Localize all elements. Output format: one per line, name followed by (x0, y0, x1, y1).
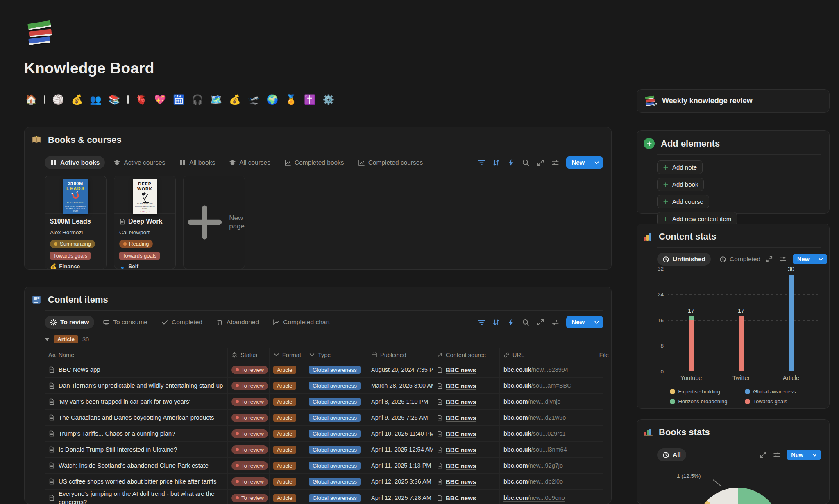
table-row[interactable]: BBC News appTo reviewArticleGlobal aware… (45, 362, 603, 378)
add-button-add-course[interactable]: Add course (657, 195, 709, 208)
table-row[interactable]: Is Donald Trump Still Interested in Ukra… (45, 442, 603, 458)
cell-url[interactable]: bbc.com/new...0e9eno (500, 490, 592, 504)
tab-completed[interactable]: Completed (714, 253, 766, 266)
tab-completed-chart[interactable]: Completed chart (268, 316, 335, 329)
url-link[interactable]: bbc.com/new...92g7jo (503, 462, 563, 469)
group-badge-article[interactable]: Article (54, 335, 78, 343)
cell-content-source[interactable]: BBC news (433, 378, 500, 393)
cell-content-source[interactable]: BBC news (433, 394, 500, 409)
emoji-✝️[interactable]: ✝️ (304, 95, 316, 104)
emoji-⚙️[interactable]: ⚙️ (323, 95, 335, 104)
expand-icon[interactable] (766, 255, 773, 263)
table-row[interactable]: US coffee shops worried about bitter pri… (45, 474, 603, 490)
url-link[interactable]: bbc.co.uk/sou...am=BBC (503, 382, 571, 389)
url-link[interactable]: bbc.com/new...djvnjo (503, 398, 560, 405)
books-stats-new-button[interactable]: New (787, 450, 821, 460)
table-row[interactable]: Trump's Tariffs... Chaos or a cunning pl… (45, 426, 603, 442)
cell-name[interactable]: Everyone's jumping on the AI doll trend … (45, 490, 228, 504)
table-row[interactable]: 'My van's been trapped in car park for t… (45, 394, 603, 410)
view-settings-icon[interactable] (779, 255, 787, 263)
tab-all-books[interactable]: All books (174, 156, 220, 169)
emoji-🏠[interactable]: 🏠 (25, 95, 37, 104)
expand-icon[interactable] (537, 159, 544, 167)
cell-name[interactable]: Is Donald Trump Still Interested in Ukra… (45, 442, 228, 457)
automation-bolt-icon[interactable] (507, 159, 515, 167)
emoji-🗺️[interactable]: 🗺️ (210, 95, 222, 104)
emoji-💰[interactable]: 💰 (71, 95, 83, 104)
url-link[interactable]: bbc.com/new...d21w9o (503, 414, 566, 421)
book-card[interactable]: DEEPWORKRULES FOR FOCUSED SUCCESS IN A D… (114, 176, 176, 269)
cell-content-source[interactable]: BBC news (433, 362, 500, 377)
table-row[interactable]: Dan Tiernan's unpredictable and wildly e… (45, 378, 603, 394)
cell-content-source[interactable]: BBC news (433, 442, 500, 457)
emoji-👥[interactable]: 👥 (90, 95, 102, 104)
tab-to-consume[interactable]: To consume (98, 316, 153, 329)
group-collapse-toggle[interactable] (45, 338, 50, 341)
tab-abandoned[interactable]: Abandoned (211, 316, 264, 329)
cell-name[interactable]: Watch: Inside Scotland's abandoned Clune… (45, 458, 228, 473)
weekly-knowledge-review-link[interactable]: ↗ Weekly knowledge review (637, 89, 830, 113)
emoji-🛫[interactable]: 🛫 (248, 95, 260, 104)
url-link[interactable]: bbc.co.uk/sou...l3nm64 (503, 446, 567, 453)
cell-name[interactable]: The Canadians and Danes boycotting Ameri… (45, 410, 228, 425)
view-settings-icon[interactable] (551, 159, 559, 167)
cell-url[interactable]: bbc.co.uk/new...628994 (500, 362, 592, 377)
emoji-🏐[interactable]: 🏐 (52, 95, 64, 104)
tab-completed[interactable]: Completed (156, 316, 208, 329)
search-icon[interactable] (522, 319, 530, 326)
cell-content-source[interactable]: BBC news (433, 458, 500, 473)
add-button-add-book[interactable]: Add book (657, 178, 704, 191)
tab-unfinished[interactable]: Unfinished (657, 253, 711, 266)
emoji-🏅[interactable]: 🏅 (285, 95, 297, 104)
cell-name[interactable]: 'My van's been trapped in car park for t… (45, 394, 228, 409)
books-new-button[interactable]: New (566, 156, 603, 169)
book-card[interactable]: $100MLEADSALEX HORMOZIHOW TO GET STRANGE… (45, 176, 107, 269)
sort-icon[interactable] (492, 159, 500, 167)
url-link[interactable]: bbc.com/new...dp2l0o (503, 478, 563, 485)
cell-url[interactable]: bbc.com/new...dp2l0o (500, 474, 592, 489)
emoji-🫀[interactable]: 🫀 (136, 95, 147, 104)
tab-active-books[interactable]: Active books (45, 156, 105, 169)
table-row[interactable]: Everyone's jumping on the AI doll trend … (45, 490, 603, 504)
table-row[interactable]: Watch: Inside Scotland's abandoned Clune… (45, 458, 603, 474)
cell-url[interactable]: bbc.co.uk/sou...029rs1 (500, 426, 592, 441)
cell-content-source[interactable]: BBC news (433, 426, 500, 441)
tab-to-review[interactable]: To review (45, 316, 94, 329)
column-header-url[interactable]: URL (500, 348, 592, 362)
emoji-💰[interactable]: 💰 (229, 95, 241, 104)
emoji-💖[interactable]: 💖 (154, 95, 166, 104)
tab-active-courses[interactable]: Active courses (108, 156, 170, 169)
column-header-type[interactable]: Type (305, 348, 367, 362)
view-settings-icon[interactable] (551, 319, 559, 326)
emoji-🎧[interactable]: 🎧 (192, 95, 204, 104)
cell-url[interactable]: bbc.com/new...d21w9o (500, 410, 592, 425)
emoji-📚[interactable]: 📚 (109, 95, 120, 104)
content-new-button[interactable]: New (566, 316, 603, 328)
cell-name[interactable]: Dan Tiernan's unpredictable and wildly e… (45, 378, 228, 393)
cell-url[interactable]: bbc.com/new...djvnjo (500, 394, 592, 409)
cell-name[interactable]: US coffee shops worried about bitter pri… (45, 474, 228, 489)
column-header-published[interactable]: Published (367, 348, 433, 362)
column-header-file[interactable]: File (592, 348, 612, 362)
view-settings-icon[interactable] (773, 451, 780, 459)
cell-url[interactable]: bbc.com/new...92g7jo (500, 458, 592, 473)
tab-completed-books[interactable]: Completed books (279, 156, 349, 169)
cell-url[interactable]: bbc.co.uk/sou...am=BBC (500, 378, 592, 393)
url-link[interactable]: bbc.com/new...0e9eno (503, 495, 565, 501)
content-stats-new-button[interactable]: New (793, 254, 827, 264)
sort-icon[interactable] (492, 319, 500, 326)
expand-icon[interactable] (537, 319, 544, 326)
new-page-button[interactable]: New page (183, 176, 245, 269)
tab-all[interactable]: All (657, 448, 686, 461)
emoji-🛗[interactable]: 🛗 (173, 95, 185, 104)
search-icon[interactable] (522, 159, 530, 167)
column-header-format[interactable]: Format (270, 348, 305, 362)
automation-bolt-icon[interactable] (507, 319, 515, 326)
cell-name[interactable]: BBC News app (45, 362, 228, 377)
column-header-status[interactable]: Status (228, 348, 270, 362)
column-header-name[interactable]: AaName (45, 348, 228, 362)
url-link[interactable]: bbc.co.uk/new...628994 (503, 366, 568, 373)
cell-content-source[interactable]: BBC news (433, 410, 500, 425)
filter-icon[interactable] (478, 159, 485, 167)
table-row[interactable]: The Canadians and Danes boycotting Ameri… (45, 410, 603, 426)
